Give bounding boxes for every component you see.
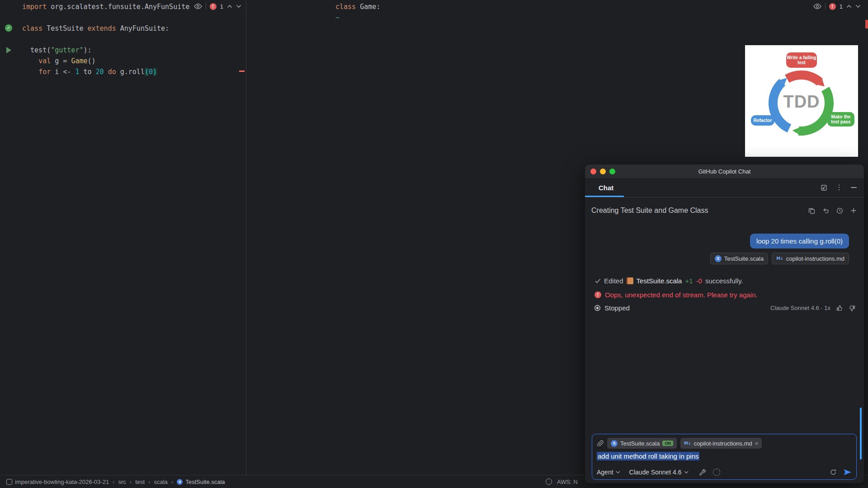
window-titlebar[interactable]: GitHub Copilot Chat (585, 164, 864, 178)
code-line: ~ (335, 12, 868, 23)
thread-header: Creating Test Suite and Game Class (591, 205, 857, 216)
breadcrumb-separator: › (129, 479, 132, 485)
on-badge[interactable]: ON (662, 441, 673, 446)
mode-dropdown[interactable]: Agent (597, 469, 620, 476)
chevron-down-icon (684, 471, 689, 474)
code-line: for i <- 1 to 20 do g.roll(0) (22, 66, 246, 77)
paperclip-icon[interactable] (597, 440, 604, 447)
prev-error-icon[interactable] (846, 5, 852, 8)
tdd-label-make-test-pass: Make the test pass (827, 112, 854, 127)
send-icon[interactable] (843, 469, 852, 476)
breadcrumb-test[interactable]: test (135, 479, 145, 485)
chat-body: Creating Test Suite and Game Class (585, 197, 864, 483)
copy-thread-icon[interactable] (808, 207, 815, 214)
editor-pane-testsuite[interactable]: ✓ import org.scalatest.funsuite.AnyFunSu… (0, 0, 246, 475)
divider (825, 3, 826, 10)
inspections-widget[interactable]: ! 1 (194, 3, 241, 10)
inspections-widget[interactable]: ! 1 (813, 3, 861, 10)
breadcrumb-scala[interactable]: scala (154, 479, 167, 485)
breadcrumb[interactable]: imperative-bowling-kata-2026-03-21 › src… (6, 479, 225, 485)
tab-chat[interactable]: Chat (599, 178, 613, 197)
chat-input-text-row[interactable]: add unit method roll taking in pins (597, 452, 852, 460)
tool-window-header: Chat ⋮ (585, 178, 864, 197)
lines-added: +1 (685, 277, 693, 285)
code-area-right[interactable]: class Game: ~ (246, 0, 868, 23)
message-attachments: S TestSuite.scala M↓ copilot-instruction… (585, 253, 849, 264)
breadcrumb-file[interactable]: TestSuite.scala (185, 479, 225, 485)
status-circle-icon[interactable] (546, 479, 552, 485)
error-message-row: ! Oops, unexpected end of stream. Please… (594, 291, 864, 299)
test-passed-gutter-icon[interactable]: ✓ (5, 24, 12, 32)
new-chat-icon[interactable] (850, 207, 857, 214)
edited-tail: successfully. (705, 277, 743, 285)
input-attachments-row: S TestSuite.scala ON M↓ copilot-instruct… (597, 438, 852, 449)
status-row: Stopped Claude Sonnet 4.6 · 1x (594, 304, 856, 312)
edited-file-name[interactable]: TestSuite.scala (637, 277, 682, 285)
copilot-chat-window: GitHub Copilot Chat Chat ⋮ Creating Test… (585, 164, 864, 483)
aws-status[interactable]: AWS: N (557, 479, 578, 485)
input-chip-testsuite[interactable]: S TestSuite.scala ON (607, 438, 677, 449)
scala-icon: S (611, 440, 618, 447)
chat-input-box[interactable]: S TestSuite.scala ON M↓ copilot-instruct… (592, 434, 857, 480)
input-chip-label: TestSuite.scala (620, 440, 660, 447)
run-test-gutter-icon[interactable] (6, 47, 11, 53)
scala-file-icon: S (177, 479, 183, 485)
code-line: val g = Game() (22, 56, 246, 66)
markdown-icon: M↓ (776, 256, 783, 261)
project-icon (6, 479, 12, 485)
open-in-editor-icon[interactable] (821, 184, 827, 191)
breadcrumb-separator: › (170, 479, 174, 485)
error-count[interactable]: 1 (840, 3, 843, 10)
context-circle-icon[interactable] (713, 469, 720, 476)
tab-chat-label: Chat (599, 184, 613, 192)
user-message-bubble: loop 20 times calling g.roll(0) (750, 234, 849, 249)
tdd-label-write-failing-test: Write a failing test (786, 52, 817, 68)
attachment-chip-testsuite[interactable]: S TestSuite.scala (710, 253, 768, 264)
tdd-cycle-image: Write a failing test Make the test pass … (745, 45, 858, 157)
model-label: Claude Sonnet 4.6 (629, 469, 682, 476)
ide-screen: ✓ import org.scalatest.funsuite.AnyFunSu… (0, 0, 868, 488)
scrollbar-thumb[interactable] (860, 408, 862, 460)
code-area-left[interactable]: import org.scalatest.funsuite.AnyFunSuit… (0, 0, 246, 77)
next-error-icon[interactable] (236, 5, 241, 8)
remove-attachment-icon[interactable]: × (755, 440, 759, 447)
code-line: test("gutter"): (22, 45, 246, 56)
prev-error-icon[interactable] (227, 5, 232, 8)
file-icon (627, 277, 633, 284)
highlighting-eye-icon[interactable] (813, 3, 821, 9)
error-count[interactable]: 1 (220, 3, 223, 10)
thumbs-down-icon[interactable] (849, 305, 856, 312)
thread-title: Creating Test Suite and Game Class (591, 206, 708, 215)
breadcrumb-separator: › (112, 479, 115, 485)
next-error-icon[interactable] (855, 5, 861, 8)
breadcrumb-separator: › (147, 479, 151, 485)
code-line (22, 34, 246, 45)
undo-icon[interactable] (822, 207, 829, 214)
error-stripe-mark[interactable] (865, 20, 868, 28)
breadcrumb-src[interactable]: src (118, 479, 126, 485)
input-controls-row: Agent Claude Sonnet 4.6 (597, 469, 852, 476)
attachment-chip-instructions[interactable]: M↓ copilot-instructions.md (772, 253, 849, 264)
divider (206, 3, 206, 10)
tdd-center-label: TDD (745, 92, 858, 112)
edited-file-row: Edited TestSuite.scala +1 -0 successfull… (595, 277, 864, 285)
chat-input-text[interactable]: add unit method roll taking in pins (597, 452, 699, 460)
code-line: class Game: (335, 1, 868, 12)
model-dropdown[interactable]: Claude Sonnet 4.6 (629, 469, 689, 476)
error-stripe-mark[interactable] (239, 70, 245, 72)
hide-tool-window-icon[interactable] (851, 187, 857, 188)
tools-icon[interactable] (698, 469, 706, 476)
mode-label: Agent (597, 469, 613, 476)
breadcrumb-project[interactable]: imperative-bowling-kata-2026-03-21 (15, 479, 109, 485)
markdown-icon: M↓ (684, 441, 691, 446)
highlighting-eye-icon[interactable] (194, 3, 202, 9)
history-icon[interactable] (836, 207, 843, 214)
input-chip-instructions[interactable]: M↓ copilot-instructions.md × (680, 438, 762, 449)
more-options-icon[interactable]: ⋮ (835, 184, 843, 191)
stopped-icon (594, 305, 601, 311)
thumbs-up-icon[interactable] (836, 305, 843, 312)
code-line: class TestSuite extends AnyFunSuite: (22, 23, 246, 34)
code-line (22, 12, 246, 23)
error-icon: ! (210, 3, 217, 10)
regenerate-icon[interactable] (830, 469, 837, 476)
